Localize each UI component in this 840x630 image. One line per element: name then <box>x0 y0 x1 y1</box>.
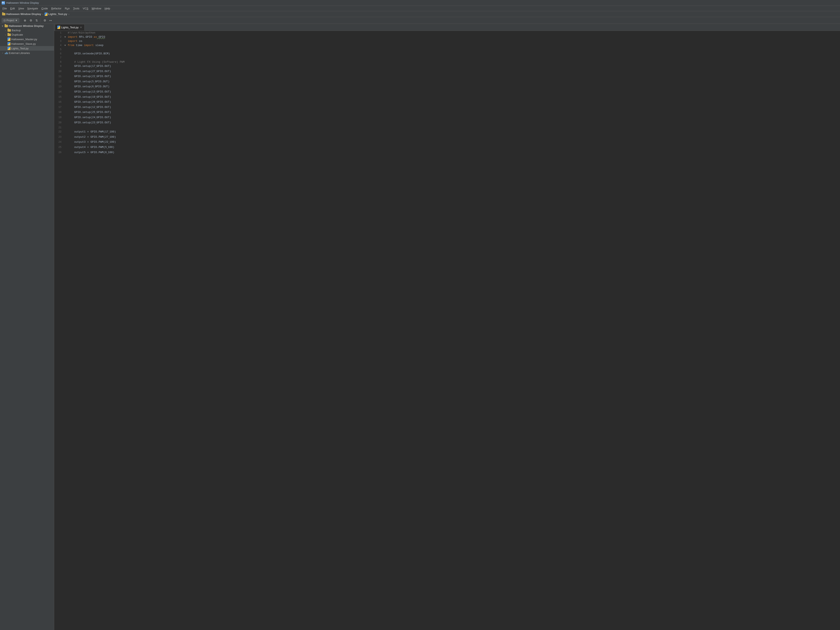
lights-file-icon <box>8 47 10 50</box>
menu-tools[interactable]: Tools <box>71 6 81 11</box>
master-file-icon <box>8 38 10 41</box>
sidebar-item-halloween-master[interactable]: Halloween_Master.py <box>0 37 54 41</box>
bars-visual <box>5 52 8 54</box>
line-content-21 <box>67 126 69 130</box>
line-num-18: 18 <box>54 110 63 115</box>
code-line-12: 12 GPIO.setup(5⌄GPIO.OUT) <box>54 80 840 85</box>
breadcrumb-sep-2: › <box>68 13 69 16</box>
line-content-4: from time import sleep <box>67 43 104 47</box>
toolbar-separator-2 <box>41 18 41 22</box>
line-num-11: 11 <box>54 74 63 80</box>
sidebar-item-halloween-slave[interactable]: Halloween_Slave.py <box>0 41 54 46</box>
line-num-4: 4 <box>54 43 63 47</box>
line-content-2: import RPi.GPIO as GPIO <box>67 35 105 39</box>
menu-help[interactable]: Help <box>103 6 112 11</box>
code-line-5: 5 <box>54 47 840 52</box>
line-content-16: GPIO.setup(26⌄GPIO.OUT) <box>67 100 111 105</box>
fold-23 <box>63 135 67 140</box>
duplicate-label: Duplicate <box>12 33 23 36</box>
fold-7 <box>63 56 67 60</box>
tab-close-button[interactable]: ✕ <box>80 26 82 29</box>
menu-view[interactable]: View <box>16 6 25 11</box>
line-content-19: GPIO.setup(24⌄GPIO.OUT) <box>67 115 111 121</box>
line-content-12: GPIO.setup(5⌄GPIO.OUT) <box>67 80 109 85</box>
project-label: Project <box>6 19 14 22</box>
code-editor[interactable]: 1 #!/usr/bin/python 2 ▼ import RPi.GPIO … <box>54 31 840 630</box>
menu-edit[interactable]: Edit <box>8 6 16 11</box>
add-button[interactable]: ⊕ <box>22 18 27 23</box>
root-folder-icon <box>5 25 8 27</box>
line-num-9: 9 <box>54 64 63 69</box>
menu-bar: File Edit View Navigate Code Refactor Ru… <box>0 6 840 11</box>
line-content-25: output4 = GPIO.PWM(5⌄100) <box>67 145 114 150</box>
main-content: ▼ Halloween Window Display › Backup › Du… <box>0 24 840 630</box>
fold-15 <box>63 95 67 100</box>
fold-14 <box>63 90 67 95</box>
line-content-18: GPIO.setup(25⌄GPIO.OUT) <box>67 110 111 115</box>
sidebar-root[interactable]: ▼ Halloween Window Display <box>0 24 54 28</box>
menu-code[interactable]: Code <box>40 6 50 11</box>
menu-refactor[interactable]: Refactor <box>50 6 63 11</box>
code-line-11: 11 GPIO.setup(22⌄GPIO.OUT) <box>54 74 840 80</box>
code-line-9: 9 GPIO.setup(17⌄GPIO.OUT) <box>54 64 840 69</box>
line-num-17: 17 <box>54 105 63 111</box>
breadcrumb-file[interactable]: Lights_Test.py <box>48 13 67 16</box>
sidebar-item-external-libraries[interactable]: › External Libraries <box>0 51 54 55</box>
line-content-11: GPIO.setup(22⌄GPIO.OUT) <box>67 74 111 80</box>
breadcrumb-project[interactable]: Halloween Window Display <box>6 13 41 16</box>
sidebar-panel: ▼ Halloween Window Display › Backup › Du… <box>0 24 54 630</box>
extlib-icon <box>5 51 8 55</box>
line-content-26: output5 = GPIO.PWM(6⌄100) <box>67 150 114 156</box>
fold-12 <box>63 80 67 85</box>
line-num-5: 5 <box>54 47 63 52</box>
backup-arrow: › <box>4 29 7 32</box>
sidebar-item-backup[interactable]: › Backup <box>0 28 54 33</box>
code-line-16: 16 GPIO.setup(26⌄GPIO.OUT) <box>54 100 840 105</box>
line-num-22: 22 <box>54 130 63 135</box>
line-content-6: GPIO.setmode(GPIO.BCM) <box>67 52 110 56</box>
menu-run[interactable]: Run <box>63 6 71 11</box>
line-num-20: 20 <box>54 121 63 126</box>
menu-file[interactable]: File <box>1 6 8 11</box>
line-num-13: 13 <box>54 85 63 90</box>
extlib-label: External Libraries <box>9 52 30 55</box>
line-num-21: 21 <box>54 126 63 130</box>
line-num-2: 2 <box>54 35 63 39</box>
menu-window[interactable]: Window <box>90 6 103 11</box>
tab-lights-test[interactable]: Lights_Test.py ✕ <box>55 24 85 31</box>
fold-20 <box>63 121 67 126</box>
fold-17 <box>63 105 67 111</box>
line-num-12: 12 <box>54 80 63 85</box>
line-num-26: 26 <box>54 150 63 156</box>
fold-3 <box>63 39 67 43</box>
line-content-23: output2 = GPIO.PWM(27⌄100) <box>67 135 116 140</box>
backup-folder-icon <box>8 29 11 32</box>
menu-navigate[interactable]: Navigate <box>25 6 39 11</box>
title-bar: PC Halloween Window Display <box>0 0 840 6</box>
line-num-14: 14 <box>54 90 63 95</box>
collapse-button[interactable]: ↦ <box>48 18 53 23</box>
config-button[interactable]: ⚙ <box>42 18 47 23</box>
sidebar-item-duplicate[interactable]: › Duplicate <box>0 33 54 37</box>
sort-button[interactable]: ⇅ <box>34 18 39 23</box>
line-num-25: 25 <box>54 145 63 150</box>
settings-button[interactable]: ⚙ <box>28 18 33 23</box>
code-line-25: 25 output4 = GPIO.PWM(5⌄100) <box>54 145 840 150</box>
line-num-1: 1 <box>54 31 63 35</box>
line-num-24: 24 <box>54 140 63 145</box>
line-num-15: 15 <box>54 95 63 100</box>
fold-6 <box>63 52 67 56</box>
tab-bar: Lights_Test.py ✕ <box>54 24 840 31</box>
menu-vcs[interactable]: VCS <box>81 6 90 11</box>
sidebar-item-lights-test[interactable]: Lights_Test.py <box>0 46 54 51</box>
fold-4: ▼ <box>63 43 67 47</box>
line-num-19: 19 <box>54 115 63 121</box>
line-num-10: 10 <box>54 69 63 74</box>
project-dropdown-button[interactable]: ⊡ Project ▼ <box>2 18 19 23</box>
line-content-1: #!/usr/bin/python <box>67 31 95 35</box>
code-line-2: 2 ▼ import RPi.GPIO as GPIO <box>54 35 840 39</box>
breadcrumb-file-icon <box>44 13 47 16</box>
line-num-8: 8 <box>54 60 63 64</box>
master-label: Halloween_Master.py <box>11 38 37 41</box>
line-num-7: 7 <box>54 56 63 60</box>
